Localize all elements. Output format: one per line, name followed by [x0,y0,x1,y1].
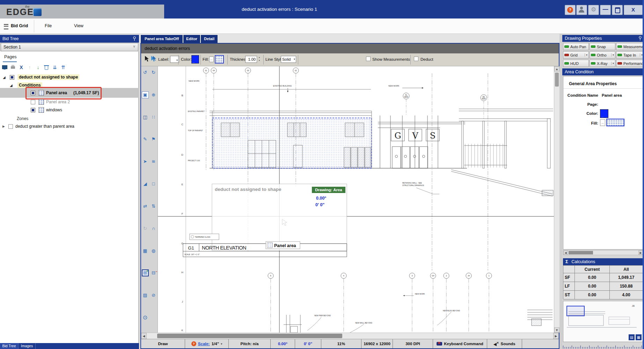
vscroll-thumb[interactable] [555,73,559,87]
toggle-measurements[interactable]: Measurements [616,43,644,50]
navigator-layers-button[interactable]: ▤ [629,334,635,340]
status-scale[interactable]: ? Scale: 1/4" ▾ [185,339,229,348]
properties-hscroll-thumb[interactable] [569,251,593,254]
tree-row-deduct-page[interactable]: ◢ deduct not assigned to shape [0,73,139,81]
redo-icon[interactable]: ↻ [150,69,157,76]
condition-color-swatch[interactable]: ... [600,109,608,118]
toggle-snap[interactable]: Snap [590,43,615,50]
fill-ellipsis-button[interactable]: ... [209,57,214,62]
toggle-hud[interactable]: HUD [563,60,589,67]
thickness-input[interactable]: 1.00 [245,56,257,63]
status-sounds[interactable]: ◀✕ Sounds [487,339,522,348]
rotate-icon[interactable]: ↻ [142,225,149,232]
hatch-circle-icon[interactable]: ⊘ [150,292,157,299]
scroll-right-icon[interactable]: ▶ [553,333,559,339]
canvas-hscrollbar[interactable]: ◀ ▶ [141,333,559,339]
toggle-x-ray[interactable]: X-Ray▾ [590,60,615,67]
color-swatch[interactable]: ... [191,55,199,64]
hscroll-thumb[interactable] [157,334,342,338]
panel-area-canvas-label[interactable]: Panel area [266,242,300,249]
menu-file[interactable]: File [45,23,52,28]
move-down-icon[interactable]: ↓ [35,64,41,70]
thickness-stepper[interactable]: ▴▾ [257,56,261,63]
pin-icon[interactable] [638,36,642,41]
user-button[interactable] [576,5,587,15]
maximize-button[interactable] [612,5,623,15]
tree-checkbox[interactable] [31,100,35,104]
tree-checkbox[interactable] [31,108,35,112]
drawing-canvas[interactable]: B C D E F G H J K [158,66,554,333]
move-up-icon[interactable]: ↑ [27,64,33,70]
scroll-up-icon[interactable]: ▲ [554,66,559,72]
multi-select-cursor-icon[interactable] [151,55,157,62]
tree-row-panel-area-2[interactable]: Panel area 2 [0,98,139,106]
add-area-icon[interactable]: ⊞+ [142,269,149,276]
scroll-down-icon[interactable]: ▼ [554,327,559,333]
zoom-window-icon[interactable]: ▣ [142,91,149,98]
fill-ellipsis-button[interactable]: ... [600,119,605,126]
tree-row-deduct-zone[interactable]: ▶ deduct greater than parent area [0,122,139,130]
minimize-button[interactable]: — [600,5,611,15]
hatch-area-icon[interactable]: ▨ [142,292,149,299]
world-icon[interactable]: ◍ [150,247,157,254]
export-excel-icon[interactable]: X [18,64,24,70]
note-icon[interactable]: ✎ [142,136,149,143]
expander-icon[interactable]: ◢ [3,75,6,79]
subtract-area-icon[interactable]: ⊟− [150,269,157,276]
help-button[interactable]: ? [565,5,576,15]
show-measurements-checkbox[interactable] [366,57,371,61]
highlighter-icon[interactable]: ≋ [150,158,157,165]
tab-editor[interactable]: Editor [183,35,200,43]
navigator-viewport[interactable] [567,306,584,316]
tree-row-panel-area[interactable]: Panel area (1,049.17 SF) [0,88,139,98]
toggle-ortho[interactable]: Ortho▾ [590,51,615,59]
select-cursor-icon[interactable] [144,55,149,62]
flip-vertical-icon[interactable]: ⇅ [150,203,157,210]
print-icon[interactable] [10,64,16,70]
tree-checkbox[interactable] [10,75,14,80]
stamp-icon[interactable]: ⚑ [150,136,157,143]
expander-icon[interactable]: ▶ [2,125,5,128]
pages-view-icon[interactable] [1,64,8,70]
deduct-checkbox[interactable] [414,57,418,61]
status-keyboard[interactable]: ✕ Keyboard Command [433,339,487,348]
toggle-performance[interactable]: Performance [616,60,644,67]
zoom-in-icon[interactable]: ⊕ [150,91,157,98]
flip-horizontal-icon[interactable]: ⇄ [142,203,149,210]
tag-icon[interactable]: ➤ [142,158,149,165]
navigator-preview[interactable]: JB ▤ ▦ [563,301,643,342]
canvas-vscrollbar[interactable]: ▲ ▼ [554,66,559,333]
right-splitter[interactable] [559,34,562,349]
settings-button[interactable]: ⚙ [588,5,599,15]
navigator-image-button[interactable]: ▦ [636,334,642,340]
fit-view-icon[interactable]: ∷ [150,114,157,121]
close-button[interactable]: X [624,5,643,15]
toggle-grid[interactable]: Grid▾ [563,51,589,59]
rectangle-icon[interactable]: □ [150,180,157,187]
condition-fill-swatch[interactable] [606,119,624,126]
arc-icon[interactable]: ∩ [150,225,157,232]
collapse-tree-icon[interactable]: ⇈ [60,64,66,70]
expander-icon[interactable]: ◢ [10,83,13,87]
tree-row-windows[interactable]: windows [0,106,139,114]
properties-hscrollbar[interactable]: ◀ ▶ [563,250,643,255]
toggle-auto-pan[interactable]: Auto Pan [563,43,589,50]
pin-icon[interactable] [133,36,136,41]
toggle-tape-in[interactable]: Tape In▾ [616,51,644,59]
expand-tree-icon[interactable]: ⇊ [52,64,58,70]
line-style-dropdown[interactable]: Solid▾ [281,56,296,63]
section-dropdown[interactable]: Section 1 ˅ [1,43,138,51]
slope-icon[interactable]: ◢ [142,180,149,187]
layers-icon[interactable]: ◫ [142,114,149,121]
tree-checkbox[interactable] [8,124,13,129]
tab-images[interactable]: Images [19,343,36,349]
pages-tab[interactable]: Pages [4,54,16,59]
undo-icon[interactable]: ↺ [142,69,149,76]
tab-detail[interactable]: Detail [201,35,218,43]
tab-bid-tree[interactable]: Bid Tree [0,343,19,349]
delete-icon[interactable] [43,64,50,70]
image-icon[interactable]: ▦ [142,247,149,254]
scroll-left-icon[interactable]: ◀ [563,251,568,255]
tab-panel-area-takeoff[interactable]: Panel area TakeOff [141,35,183,43]
magnify-icon[interactable]: ⊙ [142,314,149,321]
